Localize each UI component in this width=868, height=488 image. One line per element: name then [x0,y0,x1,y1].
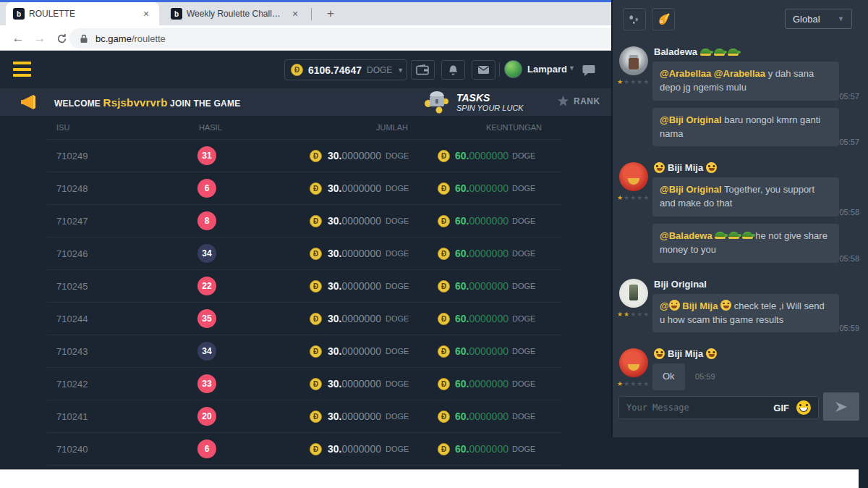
doge-coin-icon [438,313,450,325]
profit-amount: 60.0000000 [455,150,509,161]
chat-header: Ð Global ▼ [613,0,868,38]
turtle-emoji-icon [742,232,753,239]
chat-username[interactable]: Biji Mija [668,348,703,359]
round-id: 710247 [56,216,88,227]
new-tab-button[interactable]: + [321,5,340,22]
doge-coin-icon [310,182,322,195]
profit-currency: DOGE [512,379,535,388]
avatar[interactable] [619,348,648,377]
forward-button[interactable]: → [30,29,49,48]
doge-coin-icon [310,313,322,325]
chat-username[interactable]: Baladewa [654,46,697,57]
coin-drop-button[interactable]: Ð [652,8,675,30]
doge-coin-icon [310,215,322,227]
chat-username[interactable]: Biji Mija [668,162,703,173]
back-button[interactable]: ← [9,29,27,48]
table-row[interactable]: 710245 22 30.0000000 DOGE 60.0000000 DOG… [47,270,562,303]
table-row[interactable]: 710240 6 30.0000000 DOGE 60.0000000 DOGE [47,433,562,466]
emoji-picker-icon[interactable] [796,400,811,415]
chat-message: ★★★★★ Baladewa @Arabellaa @Arabellaa y d… [613,41,868,156]
table-row[interactable]: 710243 34 30.0000000 DOGE 60.0000000 DOG… [47,335,562,368]
chat-bubble: @Arabellaa @Arabellaa y dah sana depo jg… [652,62,839,101]
rain-button[interactable] [623,8,646,30]
tab-weekly-challenge[interactable]: b Weekly Roulette Challenge - Win × [163,2,308,25]
bet-currency: DOGE [386,282,409,290]
messages-button[interactable] [472,60,495,80]
table-row[interactable]: 710241 20 30.0000000 DOGE 60.0000000 DOG… [47,400,562,433]
avatar[interactable] [619,46,648,75]
user-name[interactable]: Lampard [527,64,567,75]
notifications-button[interactable] [441,60,465,80]
welcome-username[interactable]: Rsjsbvvrvrb [103,96,168,109]
profit-amount: 60.0000000 [455,280,509,292]
bet-currency: DOGE [386,379,409,388]
table-row[interactable]: 710246 34 30.0000000 DOGE 60.0000000 DOG… [47,237,562,270]
avatar[interactable] [619,162,648,191]
chat-bubble: @Biji Original baru nongol kmrn ganti na… [652,108,839,147]
column-header-hasil: HASIL [199,123,222,132]
mention-link[interactable]: @Biji Original [660,184,722,195]
turtle-emoji-icon [700,49,711,56]
user-rating-stars: ★★★★★ [617,78,650,85]
message-time: 05:57 [839,138,859,146]
table-row[interactable]: 710247 8 30.0000000 DOGE 60.0000000 DOGE [47,205,562,237]
tab-roulette[interactable]: b ROULETTE × [6,2,159,25]
profit-currency: DOGE [512,445,535,453]
table-row[interactable]: 710244 35 30.0000000 DOGE 60.0000000 DOG… [47,303,562,335]
bet-amount: 30.0000000 [328,150,381,161]
chat-input-container: GIF [618,396,819,419]
profit-currency: DOGE [512,151,535,160]
mention-link[interactable]: @Arabellaa @Arabellaa [660,68,765,79]
table-row[interactable]: 710242 33 30.0000000 DOGE 60.0000000 DOG… [47,368,562,400]
chat-toggle-button[interactable] [579,60,598,80]
avatar[interactable] [619,279,648,308]
round-id: 710243 [56,346,88,357]
round-id: 710245 [56,281,88,292]
column-header-isu: ISU [56,123,69,132]
mention-link[interactable]: Biji Mija [682,300,718,311]
result-badge: 20 [197,407,216,426]
tab-title: ROULETTE [29,9,136,19]
wallet-icon [416,64,430,75]
turtle-emoji-icon [715,232,726,239]
chat-channel-select[interactable]: Global ▼ [785,9,852,29]
chat-messages[interactable]: ★★★★★ Baladewa @Arabellaa @Arabellaa y d… [613,41,868,406]
welcome-banner: WELCOME Rsjsbvvrvrb JOIN THE GAME TASKS … [0,88,611,116]
close-tab-icon[interactable]: × [289,8,301,20]
table-row[interactable]: 710249 31 30.0000000 DOGE 60.0000000 DOG… [47,140,562,172]
chat-message-input[interactable] [626,403,766,413]
message-time: 05:57 [839,92,859,101]
result-badge: 35 [197,309,216,328]
doge-coin-icon [438,378,450,390]
profit-currency: DOGE [512,412,535,421]
rank-button[interactable]: RANK [557,96,600,107]
mention-link[interactable]: @Baladewa [660,230,712,241]
result-badge: 33 [197,374,216,393]
close-tab-icon[interactable]: × [140,8,152,20]
table-row[interactable]: 710248 6 30.0000000 DOGE 60.0000000 DOGE [47,172,562,205]
wallet-button[interactable] [411,60,435,80]
send-message-button[interactable] [823,392,859,421]
chat-username[interactable]: Biji Original [654,279,707,290]
mention-link[interactable]: @ [660,300,669,311]
gif-button[interactable]: GIF [773,403,789,413]
welcome-message: WELCOME Rsjsbvvrvrb JOIN THE GAME [54,96,240,109]
doge-coin-icon [438,345,450,358]
chat-message: ★★★★★ Biji Mija @Biji Original Together,… [613,156,868,272]
url-text: bc.game/roulette [95,33,166,44]
doge-coin-icon [310,378,322,390]
menu-hamburger-icon[interactable] [13,62,31,77]
round-id: 710244 [56,314,88,324]
balance-selector[interactable]: 6106.74647 DOGE ▼ [284,59,407,80]
doge-coin-icon [438,248,450,260]
bet-currency: DOGE [386,412,409,421]
rain-drops-icon [628,13,641,26]
chat-channel-value: Global [793,14,820,25]
tasks-widget[interactable]: TASKS SPIN YOUR LUCK [423,91,524,114]
user-avatar[interactable] [504,60,522,78]
doge-coin-icon [310,345,322,358]
reload-button[interactable] [52,29,71,48]
column-header-keuntungan: KEUNTUNGAN [486,123,542,132]
bet-amount: 30.0000000 [328,182,381,194]
mention-link[interactable]: @Biji Original [660,114,722,125]
